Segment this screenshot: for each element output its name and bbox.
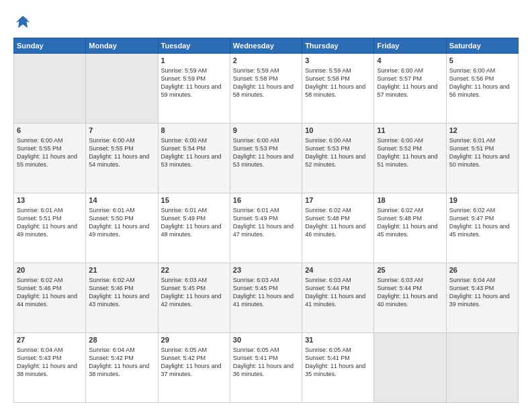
- cell-info-line: Daylight: 11 hours and 56 minutes.: [449, 83, 515, 99]
- cell-info-line: Sunrise: 6:00 AM: [377, 136, 443, 144]
- cell-info-line: Sunrise: 6:04 AM: [89, 346, 154, 354]
- cell-info-line: Sunset: 5:43 PM: [449, 284, 515, 292]
- weekday-header-wednesday: Wednesday: [230, 38, 302, 54]
- cell-info-line: Daylight: 11 hours and 49 minutes.: [17, 222, 83, 238]
- calendar-table: SundayMondayTuesdayWednesdayThursdayFrid…: [13, 38, 519, 403]
- day-number: 19: [449, 195, 515, 205]
- cell-info-line: Daylight: 11 hours and 39 minutes.: [449, 292, 515, 308]
- cell-info-line: Sunrise: 6:01 AM: [89, 206, 154, 214]
- cell-info-line: Sunset: 5:42 PM: [161, 354, 227, 362]
- day-number: 11: [377, 126, 443, 136]
- calendar-cell: 1Sunrise: 5:59 AMSunset: 5:59 PMDaylight…: [158, 54, 230, 124]
- cell-info-line: Daylight: 11 hours and 52 minutes.: [305, 152, 371, 169]
- calendar-cell: 16Sunrise: 6:01 AMSunset: 5:49 PMDayligh…: [230, 193, 302, 263]
- day-number: 12: [449, 126, 515, 136]
- cell-info-line: Daylight: 11 hours and 37 minutes.: [161, 362, 227, 378]
- calendar-cell: 23Sunrise: 6:03 AMSunset: 5:45 PMDayligh…: [230, 263, 302, 333]
- cell-info-line: Sunrise: 6:02 AM: [449, 206, 515, 214]
- calendar-cell: 26Sunrise: 6:04 AMSunset: 5:43 PMDayligh…: [446, 263, 518, 333]
- cell-info-line: Sunrise: 5:59 AM: [305, 66, 371, 75]
- day-number: 13: [17, 195, 83, 205]
- weekday-header-sunday: Sunday: [14, 38, 86, 54]
- cell-info-line: Daylight: 11 hours and 51 minutes.: [377, 152, 443, 169]
- cell-info-line: Sunrise: 6:00 AM: [449, 66, 515, 75]
- cell-info-line: Daylight: 11 hours and 44 minutes.: [17, 292, 83, 308]
- cell-info-line: Sunset: 5:41 PM: [305, 354, 371, 362]
- day-number: 18: [377, 195, 443, 205]
- weekday-header-row: SundayMondayTuesdayWednesdayThursdayFrid…: [14, 38, 519, 54]
- cell-info-line: Sunrise: 6:04 AM: [449, 276, 515, 284]
- cell-info-line: Daylight: 11 hours and 42 minutes.: [161, 292, 227, 308]
- cell-info-line: Sunset: 5:42 PM: [89, 354, 154, 362]
- cell-info-line: Sunset: 5:58 PM: [233, 75, 299, 83]
- cell-info-line: Sunset: 5:45 PM: [161, 284, 227, 292]
- calendar-cell: 13Sunrise: 6:01 AMSunset: 5:51 PMDayligh…: [14, 193, 86, 263]
- day-number: 21: [89, 265, 154, 275]
- page: SundayMondayTuesdayWednesdayThursdayFrid…: [0, 0, 532, 411]
- calendar-cell: 31Sunrise: 6:05 AMSunset: 5:41 PMDayligh…: [302, 333, 374, 403]
- cell-info-line: Sunset: 5:41 PM: [233, 354, 299, 362]
- cell-info-line: Sunrise: 6:05 AM: [305, 346, 371, 354]
- calendar-cell: 28Sunrise: 6:04 AMSunset: 5:42 PMDayligh…: [86, 333, 158, 403]
- calendar-cell: 7Sunrise: 6:00 AMSunset: 5:55 PMDaylight…: [86, 124, 158, 193]
- cell-info-line: Daylight: 11 hours and 55 minutes.: [17, 152, 83, 169]
- weekday-header-monday: Monday: [86, 38, 158, 54]
- calendar-week-4: 20Sunrise: 6:02 AMSunset: 5:46 PMDayligh…: [14, 263, 519, 333]
- cell-info-line: Sunrise: 6:00 AM: [377, 66, 443, 75]
- cell-info-line: Sunset: 5:55 PM: [17, 144, 83, 152]
- day-number: 22: [161, 265, 227, 275]
- cell-info-line: Daylight: 11 hours and 35 minutes.: [305, 362, 371, 378]
- day-number: 23: [233, 265, 299, 275]
- cell-info-line: Sunset: 5:43 PM: [17, 354, 83, 362]
- cell-info-line: Daylight: 11 hours and 59 minutes.: [161, 83, 227, 99]
- day-number: 1: [161, 56, 227, 66]
- cell-info-line: Sunrise: 6:03 AM: [233, 276, 299, 284]
- cell-info-line: Sunrise: 6:05 AM: [233, 346, 299, 354]
- cell-info-line: Daylight: 11 hours and 50 minutes.: [449, 152, 515, 169]
- calendar-cell: 21Sunrise: 6:02 AMSunset: 5:46 PMDayligh…: [86, 263, 158, 333]
- cell-info-line: Sunset: 5:50 PM: [89, 214, 154, 222]
- day-number: 25: [377, 265, 443, 275]
- cell-info-line: Daylight: 11 hours and 45 minutes.: [377, 222, 443, 238]
- cell-info-line: Sunset: 5:53 PM: [233, 144, 299, 152]
- calendar-week-3: 13Sunrise: 6:01 AMSunset: 5:51 PMDayligh…: [14, 193, 519, 263]
- cell-info-line: Sunrise: 6:00 AM: [17, 136, 83, 144]
- calendar-cell: 2Sunrise: 5:59 AMSunset: 5:58 PMDaylight…: [230, 54, 302, 124]
- day-number: 7: [89, 126, 154, 136]
- calendar-cell: [14, 54, 86, 124]
- day-number: 31: [305, 335, 371, 345]
- cell-info-line: Sunrise: 5:59 AM: [161, 66, 227, 75]
- cell-info-line: Sunrise: 6:03 AM: [161, 276, 227, 284]
- cell-info-line: Sunset: 5:56 PM: [449, 75, 515, 83]
- calendar-cell: 5Sunrise: 6:00 AMSunset: 5:56 PMDaylight…: [446, 54, 518, 124]
- cell-info-line: Sunrise: 6:02 AM: [17, 276, 83, 284]
- calendar-cell: 10Sunrise: 6:00 AMSunset: 5:53 PMDayligh…: [302, 124, 374, 193]
- cell-info-line: Daylight: 11 hours and 53 minutes.: [233, 152, 299, 169]
- cell-info-line: Daylight: 11 hours and 40 minutes.: [377, 292, 443, 308]
- day-number: 9: [233, 126, 299, 136]
- cell-info-line: Sunset: 5:51 PM: [449, 144, 515, 152]
- calendar-week-1: 1Sunrise: 5:59 AMSunset: 5:59 PMDaylight…: [14, 54, 519, 124]
- day-number: 16: [233, 195, 299, 205]
- day-number: 5: [449, 56, 515, 66]
- cell-info-line: Sunset: 5:54 PM: [161, 144, 227, 152]
- calendar-cell: 22Sunrise: 6:03 AMSunset: 5:45 PMDayligh…: [158, 263, 230, 333]
- cell-info-line: Sunset: 5:45 PM: [233, 284, 299, 292]
- cell-info-line: Daylight: 11 hours and 38 minutes.: [17, 362, 83, 378]
- day-number: 28: [89, 335, 154, 345]
- cell-info-line: Daylight: 11 hours and 57 minutes.: [377, 83, 443, 99]
- cell-info-line: Sunrise: 6:04 AM: [17, 346, 83, 354]
- cell-info-line: Daylight: 11 hours and 49 minutes.: [89, 222, 154, 238]
- weekday-header-saturday: Saturday: [446, 38, 518, 54]
- cell-info-line: Sunset: 5:49 PM: [233, 214, 299, 222]
- day-number: 10: [305, 126, 371, 136]
- calendar-cell: 15Sunrise: 6:01 AMSunset: 5:49 PMDayligh…: [158, 193, 230, 263]
- day-number: 29: [161, 335, 227, 345]
- cell-info-line: Daylight: 11 hours and 41 minutes.: [233, 292, 299, 308]
- calendar-cell: 17Sunrise: 6:02 AMSunset: 5:48 PMDayligh…: [302, 193, 374, 263]
- cell-info-line: Sunrise: 6:01 AM: [233, 206, 299, 214]
- weekday-header-thursday: Thursday: [302, 38, 374, 54]
- cell-info-line: Sunset: 5:48 PM: [377, 214, 443, 222]
- cell-info-line: Sunrise: 6:01 AM: [17, 206, 83, 214]
- cell-info-line: Daylight: 11 hours and 53 minutes.: [161, 152, 227, 169]
